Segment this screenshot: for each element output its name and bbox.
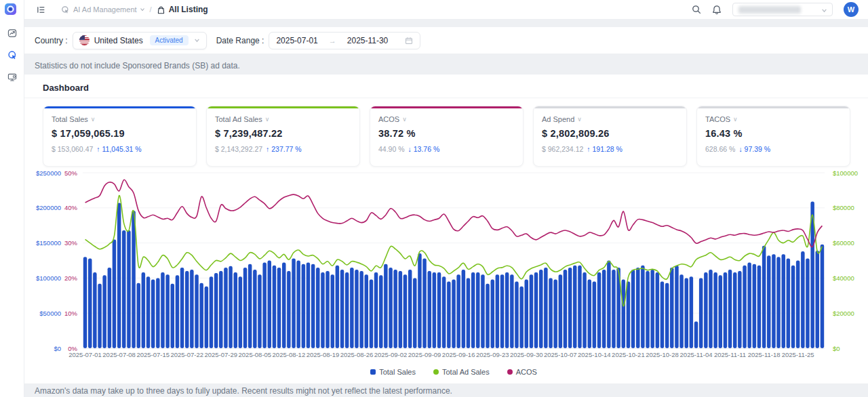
app-logo[interactable] [5,3,16,15]
card-label: Total Ad Sales [215,115,262,123]
svg-text:$60000: $60000 [833,239,854,247]
svg-text:$0: $0 [54,345,61,352]
svg-text:2025-11-18: 2025-11-18 [748,351,781,358]
svg-text:40%: 40% [64,204,78,211]
date-start[interactable]: 2025-07-01 [276,36,317,45]
card-label: ACOS [378,115,399,123]
breadcrumb-page[interactable]: All Listing [169,5,208,14]
country-value: United States [94,36,143,45]
legend-item-total-sales[interactable]: Total Sales [370,368,416,376]
svg-text:$200000: $200000 [36,204,61,211]
date-arrow-icon: → [329,37,336,45]
menu-fold-icon[interactable] [37,5,45,14]
card-value: $ 17,059,065.19 [52,128,188,139]
bell-icon[interactable] [712,5,722,15]
svg-text:30%: 30% [64,239,78,247]
card-value: 16.43 % [705,128,842,139]
page-title: Dashboard [43,83,89,93]
card-sub-value: 628.66 % [705,145,735,153]
card-sub-value: $ 962,234.12 [542,145,583,153]
card-accent-bar [697,106,850,108]
chevron-down-icon[interactable]: ∨ [577,116,582,123]
circle-marker-icon [507,369,513,375]
chevron-down-icon[interactable]: ∨ [402,116,407,123]
card-change: ↓ 97.39 % [738,145,770,153]
stat-card-total-ad-sales[interactable]: Total Ad Sales∨ $ 7,239,487.22 $ 2,143,2… [206,106,360,167]
card-label: Total Sales [52,115,88,123]
chevron-down-icon [194,37,200,43]
card-value: $ 7,239,487.22 [215,128,351,139]
svg-text:$250000: $250000 [36,169,61,177]
svg-text:2025-07-01: 2025-07-01 [68,351,102,358]
card-accent-bar [370,106,523,108]
card-accent-bar [43,106,196,108]
ad-management-icon[interactable] [7,50,18,60]
card-change: ↑ 11,045.31 % [96,145,141,153]
date-range-picker[interactable]: 2025-07-01 → 2025-11-30 [269,32,420,49]
ad-management-icon [61,5,70,14]
svg-text:10%: 10% [64,310,78,317]
chevron-down-icon [821,7,827,14]
stat-card-acos[interactable]: ACOS∨ 38.72 % 44.90 %↓ 13.76 % [370,106,524,167]
legend-item-acos[interactable]: ACOS [507,368,537,376]
svg-text:2025-09-30: 2025-09-30 [510,351,543,358]
card-sub-value: $ 153,060.47 [52,145,93,153]
svg-text:20%: 20% [64,274,78,282]
stat-card-total-sales[interactable]: Total Sales∨ $ 17,059,065.19 $ 153,060.4… [43,106,197,167]
workspace-select[interactable] [732,3,833,16]
device-settings-icon[interactable] [7,72,17,82]
search-icon[interactable] [692,5,701,14]
svg-text:2025-07-29: 2025-07-29 [204,351,237,358]
svg-text:2025-10-21: 2025-10-21 [612,351,645,358]
stat-card-tacos[interactable]: TACOS∨ 16.43 % 628.66 %↓ 97.39 % [696,106,850,167]
svg-text:$100000: $100000 [833,169,858,177]
card-accent-bar [207,106,359,108]
circle-marker-icon [433,369,439,375]
svg-text:2025-08-12: 2025-08-12 [273,351,306,358]
date-range-label: Date Range : [216,36,264,45]
analytics-icon[interactable] [7,28,17,38]
breadcrumb-section[interactable]: AI Ad Management [73,5,137,14]
chevron-down-icon[interactable]: ∨ [91,116,96,123]
svg-text:2025-08-05: 2025-08-05 [239,351,272,358]
svg-text:2025-07-22: 2025-07-22 [170,351,203,358]
chevron-down-icon[interactable]: ∨ [265,116,270,123]
sidebar [0,0,24,397]
dashboard-panel: Dashboard Total Sales∨ $ 17,059,065.19 $… [24,75,868,383]
svg-text:2025-10-14: 2025-10-14 [578,351,611,358]
svg-text:$100000: $100000 [36,274,61,282]
svg-text:50%: 50% [64,169,78,177]
svg-text:$50000: $50000 [39,310,61,317]
shopping-bag-icon [157,5,165,14]
svg-text:2025-11-04: 2025-11-04 [680,351,713,358]
avatar[interactable]: W [844,2,859,17]
svg-text:$150000: $150000 [36,239,61,247]
date-end[interactable]: 2025-11-30 [347,36,389,45]
divider [24,98,868,98]
svg-text:2025-11-11: 2025-11-11 [714,351,746,358]
filter-bar: Country : United States Activated Date R… [24,27,868,54]
svg-text:2025-07-15: 2025-07-15 [136,351,170,358]
legend-item-total-ad-sales[interactable]: Total Ad Sales [433,368,490,376]
card-change: ↑ 237.77 % [266,145,302,153]
calendar-icon [405,37,413,45]
sb-data-notice: Statistics do not include Sponsored Bran… [35,61,240,70]
card-value: 38.72 % [378,128,515,139]
svg-text:2025-09-02: 2025-09-02 [374,351,408,358]
card-label: TACOS [705,115,730,123]
card-label: Ad Spend [542,115,574,123]
card-change: ↓ 13.76 % [408,145,440,153]
country-select[interactable]: United States Activated [73,32,207,49]
svg-text:$40000: $40000 [833,274,854,282]
chart-legend: Total SalesTotal Ad SalesACOS [83,368,825,376]
footer-note: Amazon's data may take up to three days … [35,386,452,396]
svg-text:$20000: $20000 [833,310,854,317]
chevron-down-icon[interactable]: ∨ [733,116,738,123]
stat-card-ad-spend[interactable]: Ad Spend∨ $ 2,802,809.26 $ 962,234.12↑ 1… [533,106,687,167]
card-sub-value: $ 2,143,292.27 [215,145,262,153]
chevron-down-icon [140,7,145,12]
svg-text:$0: $0 [833,345,840,352]
svg-text:2025-10-28: 2025-10-28 [646,351,679,358]
breadcrumb-separator: / [150,5,152,14]
svg-text:2025-10-07: 2025-10-07 [544,351,577,358]
